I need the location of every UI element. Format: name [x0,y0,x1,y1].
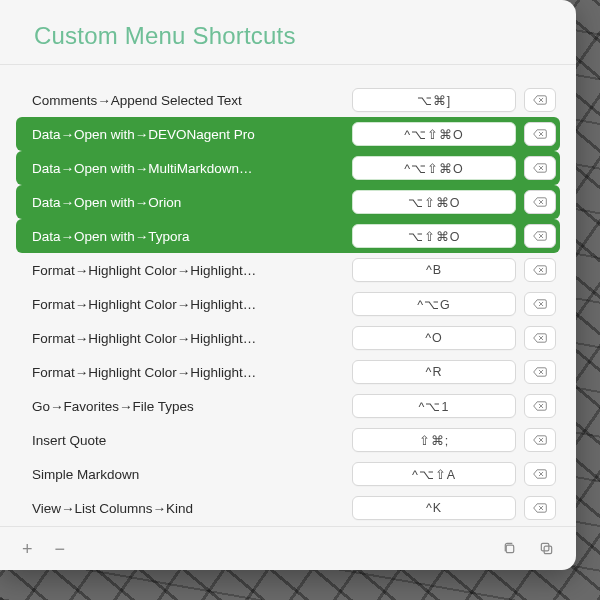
shortcut-field[interactable]: ⌥⇧⌘O [352,190,516,214]
shortcut-row[interactable]: Data→Open with→Orion⌥⇧⌘O [16,185,560,219]
preferences-window: Custom Menu Shortcuts Comments→Append Se… [0,0,576,570]
delete-icon[interactable] [524,360,556,384]
shortcut-field[interactable]: ⇧⌘; [352,428,516,452]
delete-icon[interactable] [524,292,556,316]
delete-icon[interactable] [524,88,556,112]
delete-icon[interactable] [524,190,556,214]
delete-icon[interactable] [524,122,556,146]
menu-path: Data→Open with→Typora [32,229,352,244]
menu-path: Format→Highlight Color→Highlight… [32,365,352,380]
menu-path: Data→Open with→MultiMarkdown… [32,161,352,176]
menu-path: Simple Markdown [32,467,352,482]
menu-path: Go→Favorites→File Types [32,399,352,414]
remove-button[interactable]: − [51,536,70,562]
shortcut-row[interactable]: Simple Markdown^⌥⇧A [16,457,560,491]
svg-rect-1 [541,543,549,551]
menu-path: Data→Open with→Orion [32,195,352,210]
shortcut-row[interactable]: Data→Open with→Typora⌥⇧⌘O [16,219,560,253]
page-title: Custom Menu Shortcuts [34,22,576,50]
delete-icon[interactable] [524,156,556,180]
delete-icon[interactable] [524,326,556,350]
shortcut-field[interactable]: ^⌥⇧⌘O [352,156,516,180]
shortcut-row[interactable]: Format→Highlight Color→Highlight…^B [16,253,560,287]
shortcut-field[interactable]: ^O [352,326,516,350]
window-header: Custom Menu Shortcuts [0,0,576,64]
shortcut-row[interactable]: Insert Quote⇧⌘; [16,423,560,457]
delete-icon[interactable] [524,394,556,418]
menu-path: Format→Highlight Color→Highlight… [32,331,352,346]
shortcut-row[interactable]: Data→Open with→DEVONagent Pro^⌥⇧⌘O [16,117,560,151]
shortcut-field[interactable]: ^⌥⇧A [352,462,516,486]
delete-icon[interactable] [524,428,556,452]
add-button[interactable]: + [18,536,37,562]
shortcut-list: Comments→Append Selected Text⌥⌘]Data→Ope… [0,65,576,526]
shortcut-field[interactable]: ^B [352,258,516,282]
shortcut-field[interactable]: ^⌥⇧⌘O [352,122,516,146]
shortcut-field[interactable]: ^R [352,360,516,384]
menu-path: View→List Columns→Kind [32,501,352,516]
shortcut-field[interactable]: ⌥⇧⌘O [352,224,516,248]
menu-path: Format→Highlight Color→Highlight… [32,297,352,312]
copy-button[interactable] [498,537,521,560]
menu-path: Format→Highlight Color→Highlight… [32,263,352,278]
shortcut-field[interactable]: ⌥⌘] [352,88,516,112]
shortcut-row[interactable]: Go→Favorites→File Types^⌥1 [16,389,560,423]
shortcut-row[interactable]: Data→Open with→MultiMarkdown…^⌥⇧⌘O [16,151,560,185]
shortcut-row[interactable]: Format→Highlight Color→Highlight…^R [16,355,560,389]
menu-path: Insert Quote [32,433,352,448]
shortcut-row[interactable]: View→List Columns→Kind^K [16,491,560,525]
shortcut-row[interactable]: Comments→Append Selected Text⌥⌘] [16,83,560,117]
shortcut-row[interactable]: Format→Highlight Color→Highlight…^⌥G [16,287,560,321]
delete-icon[interactable] [524,224,556,248]
svg-rect-2 [544,546,552,554]
delete-icon[interactable] [524,258,556,282]
footer-toolbar: + − [0,526,576,570]
menu-path: Comments→Append Selected Text [32,93,352,108]
shortcut-row[interactable]: Format→Highlight Color→Highlight…^O [16,321,560,355]
duplicate-button[interactable] [535,537,558,560]
delete-icon[interactable] [524,496,556,520]
shortcut-field[interactable]: ^⌥G [352,292,516,316]
shortcut-field[interactable]: ^⌥1 [352,394,516,418]
svg-rect-0 [506,545,514,553]
delete-icon[interactable] [524,462,556,486]
menu-path: Data→Open with→DEVONagent Pro [32,127,352,142]
shortcut-field[interactable]: ^K [352,496,516,520]
